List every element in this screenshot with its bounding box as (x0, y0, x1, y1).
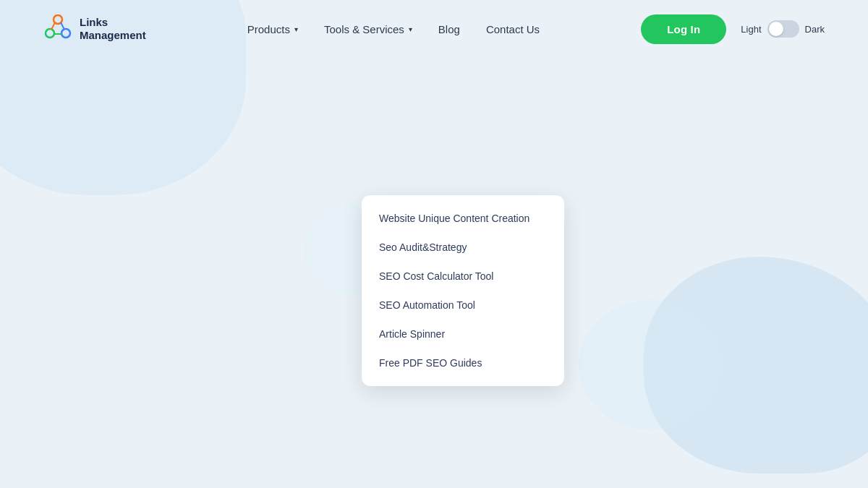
logo-text: Links Management (80, 16, 146, 42)
nav-links: Products ▾ Tools & Services ▾ Blog Conta… (247, 23, 540, 35)
nav-blog-label: Blog (438, 23, 460, 35)
logo-line1: Links (80, 16, 146, 29)
login-button[interactable]: Log In (641, 14, 726, 44)
tools-dropdown: Website Unique Content CreationSeo Audit… (362, 195, 564, 386)
logo-icon (43, 14, 72, 43)
background-blob-3 (579, 300, 723, 430)
svg-line-3 (51, 22, 55, 30)
nav-blog[interactable]: Blog (438, 23, 460, 35)
nav-right: Log In Light Dark (641, 14, 825, 44)
logo[interactable]: Links Management (43, 14, 146, 43)
dropdown-item[interactable]: Seo Audit&Strategy (362, 233, 564, 262)
dropdown-item[interactable]: Website Unique Content Creation (362, 204, 564, 233)
nav-tools-label: Tools & Services (324, 23, 404, 35)
tools-chevron-icon: ▾ (409, 25, 412, 33)
theme-toggle-thumb (769, 22, 783, 36)
theme-toggle-track[interactable] (767, 20, 799, 38)
svg-point-2 (61, 29, 70, 38)
dropdown-item[interactable]: SEO Automation Tool (362, 291, 564, 320)
dropdown-item[interactable]: Article Spinner (362, 320, 564, 348)
theme-toggle: Light Dark (741, 20, 825, 38)
dropdown-menu: Website Unique Content CreationSeo Audit… (362, 195, 564, 386)
nav-products[interactable]: Products ▾ (247, 23, 298, 35)
nav-contact[interactable]: Contact Us (486, 23, 540, 35)
dropdown-item[interactable]: Free PDF SEO Guides (362, 348, 564, 377)
dropdown-item[interactable]: SEO Cost Calculator Tool (362, 262, 564, 291)
svg-point-1 (46, 29, 54, 38)
nav-products-label: Products (247, 23, 290, 35)
nav-tools[interactable]: Tools & Services ▾ (324, 23, 412, 35)
svg-line-4 (61, 22, 64, 30)
products-chevron-icon: ▾ (294, 25, 298, 33)
light-label: Light (741, 24, 761, 35)
dark-label: Dark (805, 24, 825, 35)
navbar: Links Management Products ▾ Tools & Serv… (0, 0, 868, 58)
nav-contact-label: Contact Us (486, 23, 540, 35)
logo-line2: Management (80, 29, 146, 42)
